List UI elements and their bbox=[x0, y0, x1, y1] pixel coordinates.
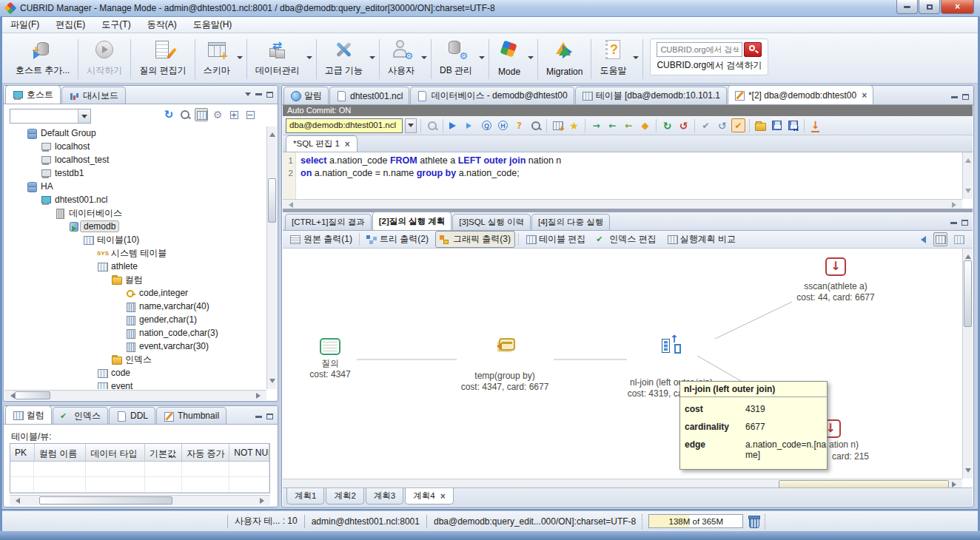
menu-help[interactable]: 도움말(H) bbox=[185, 16, 241, 33]
tree-vertical-scrollbar[interactable] bbox=[266, 126, 277, 389]
favorite-button[interactable]: ★ bbox=[567, 118, 581, 132]
db-management-dropdown-arrow[interactable] bbox=[479, 56, 485, 62]
collapse-all-button[interactable]: − bbox=[244, 108, 257, 121]
garbage-collect-icon[interactable] bbox=[749, 516, 759, 527]
tree-item-col-name[interactable]: name,varchar(40) bbox=[4, 300, 266, 313]
tree-view-button[interactable] bbox=[195, 108, 208, 121]
edit-index-button[interactable]: ✔인덱스 편집 bbox=[592, 232, 660, 247]
mode-dropdown-arrow[interactable] bbox=[528, 56, 534, 62]
tab-plan4[interactable]: 계획4× bbox=[405, 488, 453, 504]
editor-horizontal-scrollbar[interactable] bbox=[283, 199, 962, 209]
rollback-button[interactable]: ↺ bbox=[677, 118, 691, 132]
minimize-button[interactable] bbox=[896, 0, 918, 14]
restore-button[interactable] bbox=[919, 0, 940, 14]
compare-plan-button[interactable]: 실행계획 비교 bbox=[663, 232, 739, 247]
search-button[interactable] bbox=[744, 42, 762, 57]
outdent-button[interactable]: ← bbox=[605, 118, 620, 132]
tree-item-testdb1[interactable]: testdb1 bbox=[4, 166, 266, 180]
close-button[interactable]: × bbox=[941, 0, 974, 14]
sql-tab[interactable]: *SQL 편집 1 × bbox=[286, 135, 358, 152]
mode-button[interactable]: Mode bbox=[491, 36, 527, 78]
users-button[interactable]: ⚙ 사용자 bbox=[382, 36, 420, 78]
tree-item-indexes-folder[interactable]: 인덱스 bbox=[4, 353, 266, 366]
validate-button[interactable]: ✔ bbox=[699, 118, 713, 132]
panel-minimize-icon[interactable] bbox=[255, 93, 262, 95]
edit-table-button[interactable]: 테이블 편집 bbox=[522, 232, 589, 247]
save-button[interactable] bbox=[770, 118, 784, 132]
query-tune-button[interactable]: ? bbox=[512, 118, 526, 132]
tab-indexes[interactable]: ✔인덱스 bbox=[53, 407, 108, 424]
migration-button[interactable]: Migration bbox=[540, 36, 588, 78]
help-button[interactable]: ? 도움말 bbox=[594, 36, 632, 78]
query-plan-button[interactable]: Q bbox=[480, 118, 494, 132]
close-sql-tab-icon[interactable]: × bbox=[345, 139, 350, 149]
save-as-button[interactable]: N bbox=[786, 118, 800, 132]
menu-tools[interactable]: 도구(T) bbox=[93, 16, 138, 33]
tree-item-col-event[interactable]: event,varchar(30) bbox=[4, 340, 266, 353]
uncomment-button[interactable]: ◆ bbox=[638, 118, 652, 132]
tab-query-editor-active[interactable]: *[2] dba@demodb:dhtest00× bbox=[728, 85, 873, 104]
schema-button[interactable]: + 스키마 bbox=[198, 36, 236, 78]
detail-horizontal-scrollbar[interactable] bbox=[10, 495, 270, 505]
tree-item-athlete[interactable]: athlete bbox=[4, 260, 266, 273]
autocommit-toggle[interactable]: ✔ bbox=[731, 118, 745, 132]
tree-output-button[interactable]: 트리 출력(2) bbox=[363, 232, 432, 247]
tree-item-tables[interactable]: 테이블(10) bbox=[4, 233, 266, 246]
revert-button[interactable]: ↺ bbox=[715, 118, 729, 132]
close-plan-tab-icon[interactable]: × bbox=[440, 491, 446, 502]
db-management-button[interactable]: ⚙ DB 관리 bbox=[434, 36, 478, 78]
menu-edit[interactable]: 편집(E) bbox=[47, 16, 93, 33]
tree-item-col-code[interactable]: code,integer bbox=[4, 286, 266, 300]
tree-item-col-gender[interactable]: gender,char(1) bbox=[4, 313, 266, 326]
expand-all-button[interactable]: + bbox=[227, 108, 241, 121]
tab-plan2[interactable]: 계획2 bbox=[326, 488, 363, 504]
sql-editor[interactable]: 1 2 select a.nation_code FROM athlete a … bbox=[283, 152, 962, 199]
tree-item-localhost[interactable]: localhost bbox=[4, 140, 266, 153]
users-dropdown-arrow[interactable] bbox=[421, 56, 427, 62]
tab-notifications[interactable]: 알림 bbox=[283, 87, 329, 104]
run-query-button[interactable] bbox=[447, 118, 461, 132]
view-detail-button[interactable] bbox=[528, 118, 543, 132]
tab-ddl[interactable]: DDL bbox=[109, 407, 155, 424]
start-button[interactable]: 시작하기 bbox=[81, 36, 128, 78]
tree-item-ha[interactable]: HA bbox=[4, 180, 266, 193]
add-table-button[interactable]: + bbox=[551, 118, 565, 132]
export-result-button[interactable]: ↓ bbox=[808, 118, 822, 132]
tree-item-event[interactable]: event bbox=[4, 379, 266, 389]
format-sql-button[interactable] bbox=[425, 118, 439, 132]
raw-output-button[interactable]: 원본 출력(1) bbox=[286, 232, 356, 247]
panel-menu-icon[interactable] bbox=[245, 92, 251, 99]
panel-maximize-icon[interactable] bbox=[961, 220, 968, 226]
tab-thumbnail[interactable]: Thumbnail bbox=[156, 407, 226, 424]
panel-minimize-icon[interactable] bbox=[950, 222, 957, 224]
indent-button[interactable]: → bbox=[589, 118, 603, 132]
plan-node-temp[interactable]: temp(group by) cost: 4347, card: 6677 bbox=[446, 358, 564, 393]
tab-host-dhtest001[interactable]: dhtest001.ncl bbox=[329, 87, 409, 104]
tab-multiple-execution[interactable]: [4]질의 다중 실행 bbox=[531, 214, 610, 230]
tree-item-localhost-test[interactable]: localhost_test bbox=[4, 153, 266, 166]
tab-hosts[interactable]: 호스트 bbox=[5, 85, 61, 104]
plan-vertical-scrollbar[interactable] bbox=[962, 249, 973, 479]
tab-columns[interactable]: 컬럼 bbox=[5, 405, 52, 424]
tree-item-dhtest001[interactable]: dhtest001.ncl bbox=[4, 193, 266, 206]
connection-combo-arrow[interactable] bbox=[405, 118, 417, 133]
comment-button[interactable]: ← bbox=[622, 118, 636, 132]
help-dropdown-arrow[interactable] bbox=[633, 56, 639, 62]
query-history-button[interactable]: H bbox=[496, 118, 510, 132]
tab-dashboard[interactable]: 대시보드 bbox=[61, 87, 126, 104]
panel-maximize-icon[interactable] bbox=[962, 94, 969, 100]
tree-item-code[interactable]: code bbox=[4, 366, 266, 379]
plan-node-query[interactable]: 질의 cost: 4347 bbox=[301, 358, 360, 380]
query-editor-button[interactable]: 질의 편집기 bbox=[133, 36, 192, 78]
memory-gauge[interactable]: 138M of 365M bbox=[648, 514, 743, 528]
schema-dropdown-arrow[interactable] bbox=[237, 56, 243, 62]
open-file-button[interactable] bbox=[754, 118, 768, 132]
tab-query-result[interactable]: [CTRL+1]질의 결과 bbox=[285, 214, 372, 230]
add-host-button[interactable]: + 호스트 추가... bbox=[10, 36, 75, 78]
tab-sql-history[interactable]: [3]SQL 실행 이력 bbox=[452, 214, 531, 230]
filter-search-button[interactable] bbox=[178, 108, 192, 121]
tree-item-databases[interactable]: 데이터베이스 bbox=[4, 206, 266, 220]
settings-button[interactable]: ⚙ bbox=[211, 108, 224, 121]
plan-canvas[interactable]: 질의 cost: 4347 temp(group by) cost: 4347,… bbox=[283, 249, 959, 479]
panel-minimize-icon[interactable] bbox=[255, 416, 262, 418]
